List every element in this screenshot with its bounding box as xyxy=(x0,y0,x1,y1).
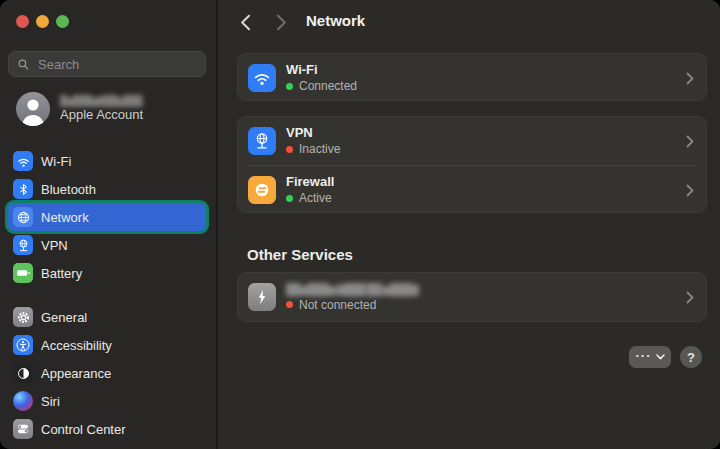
page-title: Network xyxy=(306,12,365,29)
firewall-row[interactable]: Firewall Active xyxy=(238,166,706,214)
chevron-right-icon xyxy=(686,184,694,197)
sidebar-item-battery[interactable]: Battery xyxy=(8,259,206,287)
chevron-right-icon xyxy=(686,72,694,85)
sidebar-item-label: Accessibility xyxy=(41,338,112,353)
sidebar-item-accessibility[interactable]: Accessibility xyxy=(8,331,206,359)
sidebar-item-wifi[interactable]: Wi-Fi xyxy=(8,147,206,175)
search-input[interactable] xyxy=(36,56,197,73)
apple-account-item[interactable]: █▆███▆▇██▆███ Apple Account xyxy=(10,87,208,131)
minimize-button[interactable] xyxy=(36,15,49,28)
close-button[interactable] xyxy=(16,15,29,28)
sidebar-item-control-center[interactable]: Control Center xyxy=(8,415,206,443)
ellipsis-icon: ··· xyxy=(636,349,652,362)
vpn-row[interactable]: VPN Inactive xyxy=(238,117,706,165)
accessibility-icon xyxy=(13,335,33,355)
service-name: Firewall xyxy=(286,175,334,189)
sidebar-item-label: Battery xyxy=(41,266,82,281)
status-dot xyxy=(286,301,293,308)
vpn-icon xyxy=(13,235,33,255)
sidebar-item-label: Siri xyxy=(41,394,60,409)
zoom-button[interactable] xyxy=(56,15,69,28)
sidebar-item-label: General xyxy=(41,310,87,325)
sidebar-item-bluetooth[interactable]: Bluetooth xyxy=(8,175,206,203)
globe-icon xyxy=(13,207,33,227)
account-label: Apple Account xyxy=(60,108,143,123)
service-name-redacted: ██▆███▆ ▇███ ██ ▆███▇ xyxy=(286,283,418,296)
wifi-icon xyxy=(13,151,33,171)
bluetooth-icon xyxy=(13,179,33,199)
status-text: Not connected xyxy=(299,298,376,312)
back-button[interactable] xyxy=(238,13,252,31)
sidebar-item-label: Bluetooth xyxy=(41,182,96,197)
sidebar-item-label: Wi-Fi xyxy=(41,154,71,169)
status-dot xyxy=(286,195,293,202)
service-name: VPN xyxy=(286,126,340,140)
thunderbolt-icon xyxy=(248,283,276,311)
battery-icon xyxy=(13,263,33,283)
window-controls xyxy=(16,15,69,28)
search-field[interactable] xyxy=(8,51,206,77)
vpn-firewall-card: VPN Inactive Firewall xyxy=(237,116,707,213)
gear-icon xyxy=(13,307,33,327)
control-center-icon xyxy=(13,419,33,439)
status-dot xyxy=(286,146,293,153)
system-settings-window: █▆███▆▇██▆███ Apple Account Wi-Fi Blueto… xyxy=(0,0,720,449)
forward-button[interactable] xyxy=(274,13,288,31)
sidebar: █▆███▆▇██▆███ Apple Account Wi-Fi Blueto… xyxy=(0,0,218,449)
avatar xyxy=(16,92,50,126)
network-pane: Network Wi-Fi Connected xyxy=(218,0,720,449)
vpn-icon xyxy=(248,127,276,155)
other-services-header: Other Services xyxy=(247,246,353,263)
status-text: Connected xyxy=(299,79,357,93)
sidebar-item-label: Network xyxy=(41,210,89,225)
sidebar-item-label: Control Center xyxy=(41,422,126,437)
chevron-down-icon xyxy=(656,354,665,360)
help-button[interactable]: ? xyxy=(680,346,702,368)
sidebar-item-label: VPN xyxy=(41,238,68,253)
chevron-right-icon xyxy=(686,135,694,148)
other-service-card: ██▆███▆ ▇███ ██ ▆███▇ Not connected xyxy=(237,272,707,322)
status-text: Inactive xyxy=(299,142,340,156)
account-name-redacted: █▆███▆▇██▆███ xyxy=(60,95,143,108)
service-name: Wi-Fi xyxy=(286,63,357,77)
firewall-icon xyxy=(248,176,276,204)
wifi-icon xyxy=(248,64,276,92)
status-text: Active xyxy=(299,191,332,205)
sidebar-item-network[interactable]: Network xyxy=(8,203,206,231)
sidebar-item-siri[interactable]: Siri xyxy=(8,387,206,415)
help-label: ? xyxy=(687,350,695,365)
sidebar-item-label: Appearance xyxy=(41,366,111,381)
more-options-button[interactable]: ··· xyxy=(629,346,671,368)
sidebar-item-appearance[interactable]: Appearance xyxy=(8,359,206,387)
wifi-card: Wi-Fi Connected xyxy=(237,53,707,101)
sidebar-item-vpn[interactable]: VPN xyxy=(8,231,206,259)
wifi-row[interactable]: Wi-Fi Connected xyxy=(238,54,706,102)
sidebar-item-general[interactable]: General xyxy=(8,303,206,331)
thunderbolt-service-row[interactable]: ██▆███▆ ▇███ ██ ▆███▇ Not connected xyxy=(238,273,706,321)
status-dot xyxy=(286,83,293,90)
search-icon xyxy=(17,58,30,71)
appearance-icon xyxy=(13,363,33,383)
siri-icon xyxy=(13,391,33,411)
chevron-right-icon xyxy=(686,291,694,304)
